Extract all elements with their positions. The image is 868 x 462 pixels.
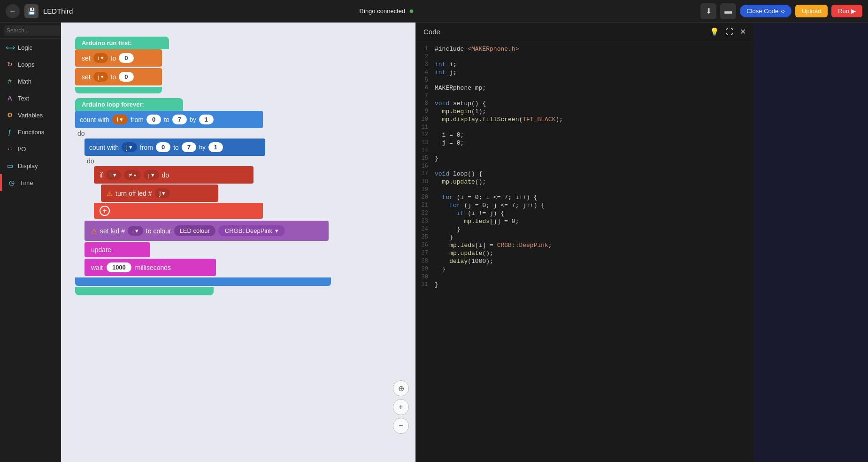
chevron-down-icon-j3: ▾	[151, 171, 154, 178]
line-code-text: mp.leds[j] = 0;	[435, 218, 519, 225]
chevron-down-icon-i3: ▾	[113, 171, 116, 178]
back-button[interactable]: ←	[6, 4, 20, 18]
code-line: 3int i;	[416, 61, 753, 69]
code-line: 31}	[416, 281, 753, 289]
code-line: 13 j = 0;	[416, 139, 753, 147]
from-0-j-value[interactable]: 0	[156, 142, 170, 152]
sidebar-item-io[interactable]: ↔ I/O	[0, 140, 61, 157]
sidebar-item-variables[interactable]: ⚙ Variables	[0, 107, 61, 123]
chevron-down-icon-j2: ▾	[129, 144, 132, 151]
line-number: 15	[416, 155, 435, 162]
i-value[interactable]: 0	[119, 53, 133, 63]
if-block: if i ▾ ≠ ▾ j ▾ do	[94, 166, 253, 184]
line-code-text: void loop() {	[435, 170, 482, 177]
functions-icon: ƒ	[6, 128, 14, 136]
neq-dropdown[interactable]: ≠ ▾	[124, 170, 141, 180]
sidebar: 🔍 ⟺ Logic ↻ Loops # Math A Text ⚙ Variab…	[0, 23, 61, 462]
canvas-area[interactable]: Arduino run first: set i ▾ to 0 set j ▾	[61, 23, 415, 462]
sidebar-item-label: I/O	[18, 146, 26, 153]
line-number: 4	[416, 69, 435, 76]
by-1-value[interactable]: 1	[199, 115, 214, 124]
do-label-1: do	[77, 129, 331, 138]
line-code-text: int i;	[435, 61, 457, 68]
code-content[interactable]: 1#include <MAKERphone.h>23int i;4int j;5…	[416, 41, 753, 462]
monitor-button[interactable]: ▬	[720, 3, 736, 19]
sidebar-item-math[interactable]: # Math	[0, 73, 61, 90]
topbar-center: Ringo connected ●	[77, 6, 696, 16]
sidebar-item-logic[interactable]: ⟺ Logic	[0, 39, 61, 56]
code-line: 12 i = 0;	[416, 131, 753, 139]
sidebar-item-label: Math	[18, 78, 31, 85]
run-button[interactable]: Run ▶	[831, 5, 862, 17]
i-dropdown[interactable]: i ▾	[93, 53, 108, 63]
line-number: 1	[416, 46, 435, 52]
main-area: 🔍 ⟺ Logic ↻ Loops # Math A Text ⚙ Variab…	[0, 23, 868, 462]
crgb-dropdown[interactable]: CRGB::DeepPink ▾	[218, 225, 285, 236]
to-7-value[interactable]: 7	[172, 115, 187, 124]
line-code-text: }	[435, 226, 461, 233]
set-i-block: set i ▾ to 0	[75, 49, 162, 67]
code-line: 29 }	[416, 265, 753, 273]
sidebar-item-display[interactable]: ▭ Display	[0, 157, 61, 174]
count-j-dropdown[interactable]: j ▾	[122, 142, 137, 152]
code-line: 9 mp.begin(1);	[416, 108, 753, 116]
sidebar-item-text[interactable]: A Text	[0, 90, 61, 107]
line-code-text: mp.update();	[435, 250, 493, 257]
code-line: 26 mp.leds[i] = CRGB::DeepPink;	[416, 241, 753, 249]
sidebar-item-functions[interactable]: ƒ Functions	[0, 123, 61, 140]
code-line: 21 for (j = 0; j <= 7; j++) {	[416, 201, 753, 209]
line-number: 18	[416, 178, 435, 185]
set-j-block: set j ▾ to 0	[75, 68, 162, 85]
upload-button[interactable]: Upload	[795, 5, 828, 17]
line-code-text: #include <MAKERphone.h>	[435, 46, 519, 53]
line-number: 12	[416, 131, 435, 138]
code-line: 23 mp.leds[j] = 0;	[416, 217, 753, 225]
add-block-button[interactable]: +	[100, 206, 110, 216]
line-number: 24	[416, 226, 435, 232]
back-icon: ←	[9, 7, 16, 15]
turn-off-j-dropdown[interactable]: j ▾	[155, 188, 170, 198]
loops-icon: ↻	[6, 61, 14, 68]
count-i-dropdown[interactable]: i ▾	[112, 115, 128, 124]
code-line: 2	[416, 53, 753, 61]
topbar: ← 💾 LEDThird Ringo connected ● ⬇ ▬ Close…	[0, 0, 868, 23]
line-number: 29	[416, 266, 435, 272]
sidebar-item-label: Loops	[18, 61, 34, 68]
lightbulb-icon[interactable]: 💡	[710, 27, 719, 36]
j-value[interactable]: 0	[119, 72, 133, 82]
arduino-loop-bottom-bar	[75, 287, 214, 295]
line-code-text: }	[435, 155, 438, 162]
from-0-value[interactable]: 0	[146, 115, 161, 124]
line-number: 17	[416, 170, 435, 177]
close-code-button[interactable]: Close Code ‹›	[740, 5, 791, 17]
download-button[interactable]: ⬇	[700, 3, 716, 19]
zoom-in-button[interactable]: +	[393, 399, 409, 415]
if-j-dropdown[interactable]: j ▾	[144, 170, 159, 180]
search-box: 🔍	[0, 23, 61, 39]
center-view-button[interactable]: ⊕	[393, 380, 409, 396]
code-line: 27 mp.update();	[416, 249, 753, 257]
line-number: 2	[416, 54, 435, 60]
if-i-dropdown[interactable]: i ▾	[106, 170, 121, 180]
by-1-j-value[interactable]: 1	[208, 142, 223, 152]
chevron-down-icon-colour: ▾	[275, 227, 278, 234]
sidebar-item-loops[interactable]: ↻ Loops	[0, 56, 61, 73]
sidebar-item-time[interactable]: ◷ Time	[0, 174, 61, 191]
set-led-i-dropdown[interactable]: i ▾	[128, 226, 143, 236]
expand-icon[interactable]: ⛶	[726, 28, 733, 36]
logic-icon: ⟺	[6, 44, 14, 51]
to-7-j-value[interactable]: 7	[182, 142, 196, 152]
chevron-down-icon-j4: ▾	[162, 190, 165, 197]
line-number: 20	[416, 194, 435, 200]
code-line: 18 mp.update();	[416, 178, 753, 186]
add-block-row: +	[94, 203, 263, 219]
do-label-2: do	[87, 157, 331, 165]
close-code-icon[interactable]: ✕	[740, 27, 746, 36]
j-dropdown[interactable]: j ▾	[93, 72, 108, 82]
code-line: 4int j;	[416, 69, 753, 77]
save-button[interactable]: 💾	[24, 4, 38, 18]
line-code-text: mp.display.fillScreen(TFT_BLACK);	[435, 116, 563, 123]
code-line: 1#include <MAKERphone.h>	[416, 45, 753, 53]
wait-value[interactable]: 1000	[107, 262, 131, 272]
zoom-out-button[interactable]: −	[393, 418, 409, 434]
